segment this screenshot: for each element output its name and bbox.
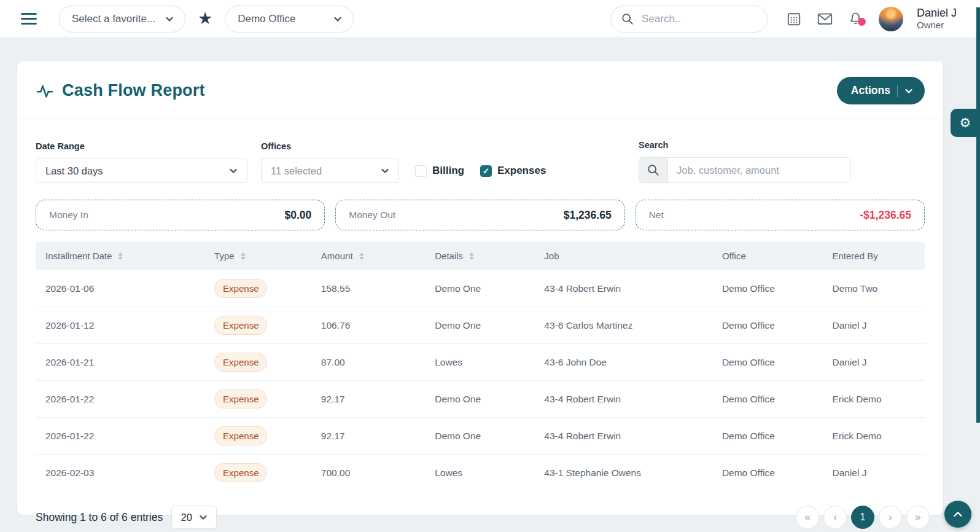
col-details[interactable]: Details [425,241,534,270]
entries-info: Showing 1 to 6 of 6 entries 20 [36,506,217,529]
chevron-down-icon [229,166,238,175]
cell-office: Demo Office [712,307,823,344]
sort-icon[interactable] [359,252,364,260]
table-row[interactable]: 2026-02-03 Expense 700.00 Lowes 43-1 Ste… [36,455,925,491]
cell-date: 2026-01-22 [36,418,204,455]
table-row[interactable]: 2026-01-22 Expense 92.17 Demo One 43-4 R… [36,418,925,455]
cell-details: Demo One [425,307,534,344]
net-card: Net -$1,236.65 [636,200,925,230]
sort-icon[interactable] [118,252,123,260]
cell-type: Expense [204,381,311,418]
cell-amount: 87.00 [311,344,425,381]
page-size-select[interactable]: 20 [171,506,217,529]
sort-icon[interactable] [241,252,246,260]
col-installment-date[interactable]: Installment Date [36,241,204,270]
scroll-to-top-button[interactable] [944,501,971,528]
table-row[interactable]: 2026-01-21 Expense 87.00 Lowes 43-6 John… [36,344,925,381]
office-select[interactable]: Demo Office [225,6,354,33]
gear-icon: ⚙ [960,115,971,130]
sort-icon[interactable] [469,252,474,260]
billing-checkbox[interactable]: Billing [415,165,464,177]
expense-badge: Expense [214,463,267,482]
report-table: Installment Date Type Amount Details Job… [36,241,925,491]
expense-badge: Expense [214,279,267,298]
cell-entered-by: Demo Two [822,270,925,307]
table-footer: Showing 1 to 6 of 6 entries 20 « ‹ 1 › » [17,491,943,529]
cell-details: Demo One [425,418,534,455]
col-type[interactable]: Type [204,241,311,270]
cell-amount: 92.17 [311,381,425,418]
offices-group: Offices 11 selected [261,141,399,183]
mail-icon[interactable] [817,10,833,27]
chevron-down-icon [381,166,389,175]
cell-office: Demo Office [712,270,823,307]
topbar: Select a favorite... ★ Demo Office [0,0,980,38]
expense-badge: Expense [214,316,267,335]
global-search [610,6,768,33]
date-range-value: Last 30 days [45,165,103,177]
table-row[interactable]: 2026-01-12 Expense 106.76 Demo One 43-6 … [36,307,925,344]
cell-entered-by: Daniel J [822,307,925,344]
cell-type: Expense [204,344,311,381]
expenses-checkbox-box [480,165,492,177]
cell-type: Expense [204,270,311,307]
global-search-input[interactable] [642,13,757,25]
cell-office: Demo Office [712,418,823,455]
topbar-icons [786,10,864,27]
cell-type: Expense [204,307,311,344]
cell-date: 2026-01-22 [36,381,204,418]
money-out-card: Money Out $1,236.65 [335,200,624,230]
favorite-star-icon[interactable]: ★ [198,10,212,27]
col-job: Job [534,241,712,270]
table-row[interactable]: 2026-01-22 Expense 92.17 Demo One 43-4 R… [36,381,925,418]
billing-checkbox-box [415,165,427,177]
favorite-select-value: Select a favorite... [72,13,155,25]
cell-job: 43-6 Carlos Martinez [534,307,712,344]
report-header: Cash Flow Report Actions [17,61,943,119]
page-1-button[interactable]: 1 [851,506,874,529]
cell-entered-by: Daniel J [822,344,925,381]
date-range-select[interactable]: Last 30 days [36,158,247,183]
billing-label: Billing [432,165,464,177]
table-row[interactable]: 2026-01-06 Expense 158.55 Demo One 43-4 … [36,270,925,307]
money-out-label: Money Out [349,209,395,221]
favorite-select[interactable]: Select a favorite... [59,6,185,33]
cell-job: 43-4 Robert Erwin [534,418,712,455]
bell-icon[interactable] [847,10,864,27]
col-amount[interactable]: Amount [311,241,425,270]
filters-row: Date Range Last 30 days Offices 11 selec… [17,119,943,183]
money-in-value: $0.00 [285,209,312,222]
cell-job: 43-4 Robert Erwin [534,381,712,418]
cell-office: Demo Office [712,381,823,418]
scrollbar-thumb[interactable] [976,7,980,423]
offices-select[interactable]: 11 selected [261,158,399,183]
expenses-label: Expenses [497,165,546,177]
first-page-button[interactable]: « [796,506,819,529]
table-search-label: Search [639,140,851,150]
actions-label: Actions [851,84,890,97]
cell-office: Demo Office [712,455,823,491]
prev-page-button[interactable]: ‹ [823,506,847,529]
date-range-group: Date Range Last 30 days [36,141,247,183]
showing-entries-text: Showing 1 to 6 of 6 entries [36,511,163,524]
settings-panel-button[interactable]: ⚙ [951,109,980,137]
pulse-icon [36,82,54,100]
cell-date: 2026-01-21 [36,344,204,381]
calendar-icon[interactable] [786,10,803,27]
cell-details: Demo One [425,270,534,307]
last-page-button[interactable]: » [906,506,930,529]
actions-button[interactable]: Actions [837,77,925,104]
expenses-checkbox[interactable]: Expenses [480,165,546,177]
menu-icon[interactable] [21,13,37,25]
col-entered-by: Entered By [822,241,925,270]
cell-office: Demo Office [712,344,823,381]
user-info[interactable]: Daniel J Owner [917,6,957,31]
cell-job: 43-6 John Doe [534,344,712,381]
page-title: Cash Flow Report [62,81,205,100]
cell-amount: 700.00 [311,455,425,491]
user-avatar[interactable] [879,7,903,31]
table-search [639,157,851,183]
next-page-button[interactable]: › [879,506,902,529]
table-search-input[interactable] [668,158,850,182]
pagination: « ‹ 1 › » [796,506,930,529]
